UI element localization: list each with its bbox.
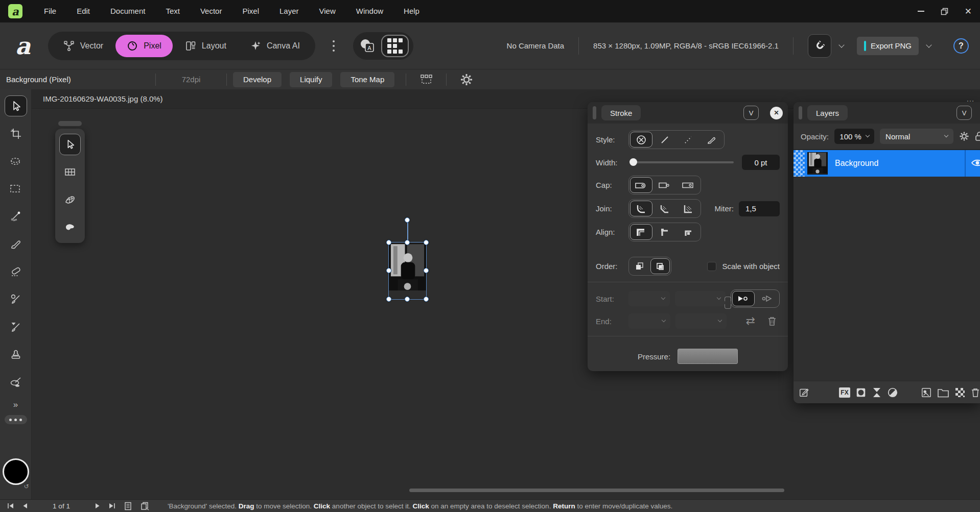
join-bevel-button[interactable] (654, 201, 676, 216)
paint-brush-tool[interactable] (5, 233, 27, 254)
width-value-field[interactable]: 0 pt (742, 155, 780, 170)
snapping-button[interactable] (808, 34, 831, 58)
selection-handle-e[interactable] (424, 268, 429, 273)
opacity-dropdown[interactable]: 100 % (834, 129, 874, 144)
stroke-style-dashed-button[interactable] (677, 132, 699, 148)
layers-panel-title[interactable]: Layers (807, 105, 848, 120)
swap-ends-icon[interactable]: ⇄ (746, 314, 755, 328)
layer-thumbnail[interactable] (807, 152, 828, 175)
layer-visibility-eye-icon[interactable] (971, 157, 980, 168)
mask-layer-icon[interactable] (855, 387, 867, 398)
horizontal-scrollbar[interactable] (409, 489, 784, 492)
menu-layer[interactable]: Layer (269, 0, 309, 22)
miter-value-field[interactable]: 1,5 (739, 201, 780, 216)
start-size-dropdown[interactable] (675, 291, 726, 306)
swap-colors-icon[interactable]: ↺ (24, 483, 29, 490)
live-filter-icon[interactable] (872, 387, 882, 398)
blend-options-gear-icon[interactable] (959, 131, 969, 141)
blemish-removal-tool[interactable] (5, 371, 27, 392)
blend-mode-dropdown[interactable]: Normal (880, 129, 953, 144)
document-tab[interactable]: IMG-20160629-WA0035.jpg (8.0%) (43, 94, 163, 103)
burn-brush-tool[interactable] (5, 316, 27, 337)
crop-tool[interactable] (5, 123, 27, 144)
move-tool[interactable] (5, 95, 27, 116)
persona-pixel[interactable]: Pixel (115, 35, 173, 57)
panel-close-button[interactable]: ✕ (770, 107, 783, 119)
active-color-swatch[interactable] (3, 458, 29, 485)
liquify-button[interactable]: Liquify (290, 72, 332, 87)
persona-vector[interactable]: Vector (52, 35, 114, 57)
selection-handle-n[interactable] (405, 240, 410, 245)
menu-view[interactable]: View (309, 0, 346, 22)
end-size-dropdown[interactable] (675, 313, 727, 329)
align-inside-button[interactable] (654, 224, 676, 240)
delete-layer-icon[interactable] (971, 387, 980, 398)
panel-drag-grip[interactable] (799, 106, 802, 119)
snapping-dropdown-chevron-icon[interactable] (838, 42, 844, 47)
panel-dropdown-button[interactable]: V (956, 106, 972, 120)
clone-stamp-tool[interactable] (5, 344, 27, 364)
start-style-dropdown[interactable] (628, 291, 670, 306)
selection-handle-se[interactable] (424, 297, 429, 302)
edit-layer-icon[interactable] (799, 387, 810, 398)
rotation-handle[interactable] (405, 217, 410, 223)
new-group-folder-icon[interactable] (937, 387, 949, 398)
gradient-tool[interactable] (5, 206, 27, 227)
stroke-style-solid-button[interactable] (654, 132, 676, 148)
more-tools-button[interactable] (5, 415, 27, 424)
palette-liquify-tool[interactable] (59, 216, 81, 238)
tone-map-button[interactable]: Tone Map (340, 72, 394, 87)
adjustment-layer-icon[interactable] (887, 387, 898, 398)
link-ends-icon[interactable] (725, 297, 731, 309)
menu-help[interactable]: Help (393, 0, 430, 22)
selection-handle-sw[interactable] (386, 297, 391, 302)
document-image[interactable] (389, 242, 426, 299)
last-page-icon[interactable] (109, 503, 115, 509)
menu-pixel[interactable]: Pixel (232, 0, 269, 22)
lock-icon[interactable] (975, 131, 980, 141)
restore-button[interactable] (941, 8, 948, 15)
selection-handle-w[interactable] (386, 268, 391, 273)
pressure-profile-editor[interactable] (678, 349, 738, 364)
cap-round-button[interactable] (630, 177, 652, 193)
selection-handle-ne[interactable] (424, 240, 429, 245)
scale-with-object-checkbox[interactable] (707, 262, 716, 271)
stroke-panel-title[interactable]: Stroke (601, 105, 641, 120)
layer-name[interactable]: Background (835, 159, 878, 168)
selection-handle-s[interactable] (405, 297, 410, 302)
order-behind-button[interactable] (650, 258, 670, 274)
end-style-dropdown[interactable] (628, 313, 670, 329)
affinity-logo-icon[interactable]: a (8, 4, 22, 18)
transform-widget-toggle[interactable] (419, 73, 433, 86)
menu-window[interactable]: Window (346, 0, 393, 22)
pages-view-icon[interactable] (124, 502, 132, 510)
minimize-button[interactable] (918, 11, 924, 12)
marquee-select-tool[interactable] (5, 178, 27, 199)
panel-drag-grip[interactable] (593, 106, 596, 119)
close-button[interactable]: ✕ (965, 6, 972, 17)
menu-file[interactable]: File (34, 0, 66, 22)
panel-dropdown-button[interactable]: V (743, 106, 759, 120)
width-slider[interactable] (631, 161, 734, 163)
export-png-button[interactable]: Export PNG (857, 37, 919, 55)
develop-button[interactable]: Develop (233, 72, 282, 87)
menu-edit[interactable]: Edit (66, 0, 100, 22)
menu-text[interactable]: Text (155, 0, 190, 22)
palette-drag-handle[interactable] (58, 121, 82, 126)
width-slider-thumb[interactable] (629, 158, 637, 166)
previous-page-icon[interactable] (22, 503, 28, 509)
layer-row-background[interactable]: Background (794, 150, 980, 177)
character-style-icon[interactable]: A (358, 37, 377, 55)
order-front-button[interactable] (630, 258, 649, 274)
palette-grid-warp-tool[interactable] (59, 161, 81, 183)
cap-butt-button[interactable] (654, 177, 676, 193)
new-pixel-layer-icon[interactable] (954, 387, 966, 398)
first-page-icon[interactable] (7, 503, 14, 509)
stroke-style-brush-button[interactable] (701, 132, 723, 148)
persona-canva-ai[interactable]: Canva AI (239, 35, 311, 57)
arrow-cut-button[interactable] (732, 291, 755, 306)
new-image-layer-icon[interactable] (921, 387, 932, 398)
selection-brush-tool[interactable] (5, 151, 27, 172)
align-center-button[interactable] (630, 224, 652, 240)
help-button[interactable]: ? (953, 38, 969, 54)
